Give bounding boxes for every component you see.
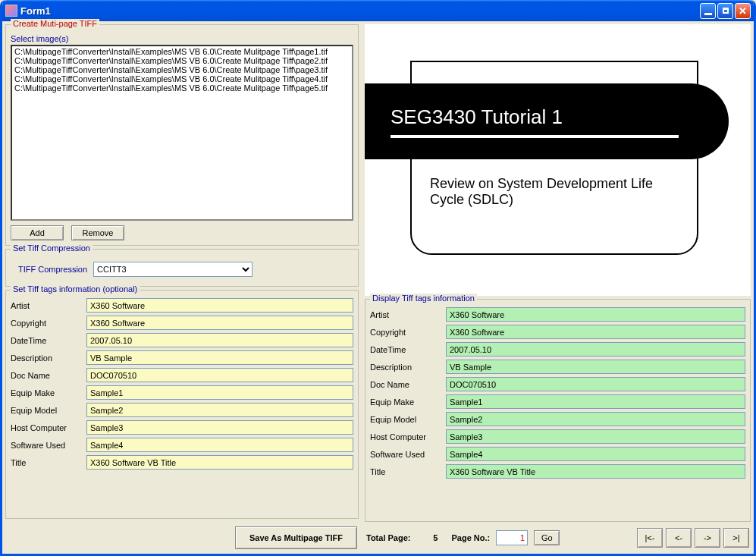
tag-label: Title <box>370 467 446 476</box>
tag-label: Software Used <box>370 450 446 459</box>
tag-display-host-computer[interactable] <box>446 429 745 444</box>
maximize-button[interactable] <box>717 3 733 19</box>
tag-label: Artist <box>11 301 86 310</box>
first-page-button[interactable]: |<- <box>637 528 663 548</box>
save-multipage-button[interactable]: Save As Multipage TIFF <box>235 526 357 549</box>
tag-display-software-used[interactable] <box>446 447 745 461</box>
tag-input-artist[interactable] <box>86 298 353 313</box>
set-tags-group: Set Tiff tags information (optional) Art… <box>5 290 359 519</box>
close-button[interactable]: ✕ <box>735 3 751 19</box>
tag-label: Software Used <box>11 441 86 450</box>
total-page-label: Total Page: <box>366 533 410 542</box>
display-tags-group: Display Tiff tags information ArtistCopy… <box>365 299 751 522</box>
app-window: Form1 ✕ Create Muti-page TIFF Select ima… <box>0 0 756 556</box>
tag-input-equip-make[interactable] <box>86 385 353 400</box>
add-button[interactable]: Add <box>11 225 64 240</box>
prev-page-button[interactable]: <- <box>666 528 692 548</box>
tag-input-software-used[interactable] <box>86 438 353 452</box>
tag-input-doc-name[interactable] <box>86 368 353 382</box>
titlebar[interactable]: Form1 ✕ <box>2 0 754 21</box>
file-list-item[interactable]: C:\MultipageTiffConverter\Install\Exampl… <box>13 47 351 56</box>
select-images-label: Select image(s) <box>11 34 353 43</box>
app-icon <box>5 5 17 17</box>
tag-label: Artist <box>370 310 446 319</box>
compression-legend: Set Tiff Compression <box>11 243 93 253</box>
tag-label: Host Computer <box>11 423 86 432</box>
tag-label: Equip Model <box>370 415 446 424</box>
minimize-button[interactable] <box>700 3 716 19</box>
tag-label: Host Computer <box>370 432 446 441</box>
preview-pane: SEG3430 Tutorial 1 Review on System Deve… <box>365 24 751 296</box>
tag-label: Copyright <box>370 328 446 337</box>
next-page-button[interactable]: -> <box>695 528 720 548</box>
slide-title-rule <box>391 135 679 138</box>
compression-label: TIFF Compression <box>18 265 87 274</box>
close-icon: ✕ <box>739 6 747 16</box>
file-list-item[interactable]: C:\MultipageTiffConverter\Install\Exampl… <box>13 74 351 83</box>
file-listbox[interactable]: C:\MultipageTiffConverter\Install\Exampl… <box>11 45 353 221</box>
file-list-item[interactable]: C:\MultipageTiffConverter\Install\Exampl… <box>13 65 351 74</box>
tag-display-datetime[interactable] <box>446 342 745 357</box>
footer-row: Total Page: 5 Page No.: Go |<- <- -> >| <box>363 523 752 552</box>
tag-display-equip-make[interactable] <box>446 394 745 409</box>
tag-input-copyright[interactable] <box>86 316 353 330</box>
compression-select[interactable]: CCITT3 <box>93 262 253 277</box>
tag-input-description[interactable] <box>86 350 353 365</box>
tag-display-artist[interactable] <box>446 307 745 322</box>
tag-input-title[interactable] <box>86 455 353 470</box>
page-no-label: Page No.: <box>451 533 490 542</box>
page-no-input[interactable] <box>496 530 528 545</box>
tag-display-title[interactable] <box>446 464 745 479</box>
tag-label: Copyright <box>11 319 86 328</box>
tag-label: Description <box>11 353 86 363</box>
create-group-legend: Create Muti-page TIFF <box>11 19 99 28</box>
tag-display-equip-model[interactable] <box>446 412 745 426</box>
remove-button[interactable]: Remove <box>71 225 124 240</box>
last-page-button[interactable]: >| <box>723 528 749 548</box>
tag-label: Doc Name <box>370 380 446 389</box>
tag-display-description[interactable] <box>446 360 745 374</box>
create-multipage-group: Create Muti-page TIFF Select image(s) C:… <box>5 24 359 246</box>
file-list-item[interactable]: C:\MultipageTiffConverter\Install\Exampl… <box>13 83 351 93</box>
tag-display-doc-name[interactable] <box>446 377 745 391</box>
tag-label: DateTime <box>11 336 86 345</box>
compression-group: Set Tiff Compression TIFF Compression CC… <box>5 249 359 287</box>
tag-input-host-computer[interactable] <box>86 420 353 435</box>
tag-label: DateTime <box>370 345 446 354</box>
slide-title-band: SEG3430 Tutorial 1 <box>365 83 729 159</box>
tag-input-equip-model[interactable] <box>86 403 353 417</box>
set-tags-legend: Set Tiff tags information (optional) <box>11 284 140 294</box>
tag-label: Description <box>370 363 446 372</box>
total-page-value: 5 <box>416 533 438 542</box>
slide-subtitle: Review on System Development Life Cycle … <box>430 176 688 208</box>
tag-label: Title <box>11 458 86 467</box>
tag-display-copyright[interactable] <box>446 325 745 339</box>
preview-slide: SEG3430 Tutorial 1 Review on System Deve… <box>365 24 751 296</box>
tag-label: Equip Make <box>370 397 446 407</box>
tag-label: Doc Name <box>11 371 86 380</box>
tag-input-datetime[interactable] <box>86 333 353 347</box>
slide-title: SEG3430 Tutorial 1 <box>391 105 698 129</box>
tag-label: Equip Model <box>11 406 86 415</box>
window-title: Form1 <box>20 5 700 17</box>
display-tags-legend: Display Tiff tags information <box>370 294 477 303</box>
go-button[interactable]: Go <box>534 530 560 545</box>
file-list-item[interactable]: C:\MultipageTiffConverter\Install\Exampl… <box>13 56 351 65</box>
tag-label: Equip Make <box>11 388 86 397</box>
